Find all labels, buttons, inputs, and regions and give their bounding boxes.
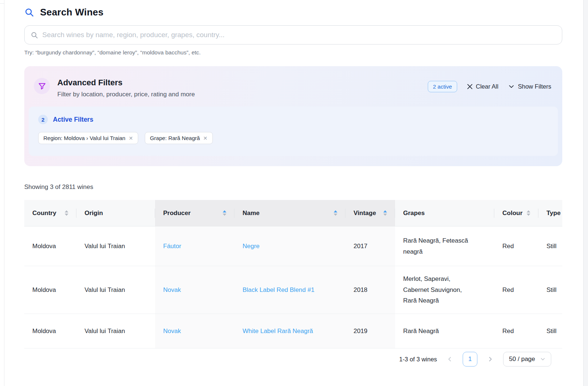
pagination-bar: 1-3 of 3 wines 1 50 / page [24,351,562,368]
left-panel-divider [4,0,4,386]
cell-country: Moldova [24,266,76,314]
active-filters-title: Active Filters [53,116,93,124]
active-count-badge[interactable]: 2 active [428,81,457,92]
sort-icon [527,210,530,216]
left-panel-tick [0,3,4,4]
filter-chip-label: Grape: Rară Neagră [150,135,200,141]
filters-titles: Advanced Filters Filter by location, pro… [57,78,428,98]
column-label: Vintage [354,210,376,217]
table-row: Moldova Valul lui Traian Fáutor Negre 20… [24,226,562,266]
sort-icon-asc [383,210,387,216]
column-header-name[interactable]: Name [234,200,345,226]
filter-chip-region[interactable]: Region: Moldova › Valul lui Traian ✕ [38,132,138,144]
column-label: Grapes [403,210,425,217]
cell-name: White Label Rară Neagră [234,314,345,349]
main-content: Search Wines Try: “burgundy chardonnay”,… [24,0,562,368]
producer-link[interactable]: Novak [163,328,181,335]
cell-origin: Valul lui Traian [76,226,155,266]
page-size-value: 50 / page [509,355,535,363]
column-label: Colour [502,210,523,217]
clear-all-label: Clear All [476,83,498,90]
cell-country: Moldova [24,226,76,266]
wine-name-link[interactable]: Negre [243,243,259,250]
cell-type: Still [538,266,562,314]
table-row: Moldova Valul lui Traian Novak White Lab… [24,314,562,349]
chevron-down-icon [540,357,545,362]
table-row: Moldova Valul lui Traian Novak Black Lab… [24,266,562,314]
cell-producer: Novak [155,314,234,349]
search-input[interactable] [42,31,556,39]
cell-type: Still [538,314,562,349]
column-header-vintage[interactable]: Vintage [345,200,395,226]
filter-icon-badge [34,78,50,94]
cell-name: Negre [234,226,345,266]
column-header-grapes[interactable]: Grapes [395,200,494,226]
filters-subtitle: Filter by location, producer, price, rat… [57,91,428,98]
show-filters-label: Show Filters [518,83,551,90]
clear-all-button[interactable]: Clear All [467,83,498,90]
column-label: Name [243,210,259,217]
scrollbar-gutter[interactable] [583,0,588,386]
cell-grapes: Rară Neagră [395,314,494,349]
cell-grapes: Merlot, Saperavi, Cabernet Sauvignon, Ra… [395,266,494,314]
wine-name-link[interactable]: Black Label Red Blend #1 [243,286,315,293]
column-label: Producer [163,210,191,217]
page-title: Search Wines [40,7,104,18]
search-icon [24,7,34,17]
cell-origin: Valul lui Traian [76,314,155,349]
active-filters-header: 2 Active Filters [38,115,548,124]
cell-vintage: 2018 [345,266,395,314]
chip-close-icon[interactable]: ✕ [129,135,133,141]
search-input-icon [31,31,38,39]
filters-title: Advanced Filters [57,78,428,87]
sort-icon [65,210,68,216]
cell-colour: Red [494,226,538,266]
column-header-country[interactable]: Country [24,200,76,226]
search-box[interactable] [24,25,562,44]
cell-grapes: Rară Neagră, Fetească neagră [395,226,494,266]
filter-chip-grape[interactable]: Grape: Rară Neagră ✕ [145,132,213,144]
sort-icon-asc [223,210,226,216]
producer-link[interactable]: Fáutor [163,243,181,250]
search-hint: Try: “burgundy chardonnay”, “domaine ler… [24,49,562,56]
column-header-producer[interactable]: Producer [155,200,234,226]
page-number-button[interactable]: 1 [463,352,477,367]
cell-country: Moldova [24,314,76,349]
filters-controls: 2 active Clear All Show Fil [428,81,551,92]
cell-producer: Novak [155,266,234,314]
cell-vintage: 2019 [345,314,395,349]
wine-name-link[interactable]: White Label Rară Neagră [243,328,313,335]
column-label: Type [546,210,560,217]
funnel-icon [38,82,46,90]
wines-table-wrapper: Country Origin Producer [24,200,562,349]
active-filters-card: 2 Active Filters Region: Moldova › Valul… [29,107,558,156]
cell-colour: Red [494,266,538,314]
column-label: Origin [85,210,103,217]
show-filters-toggle[interactable]: Show Filters [508,83,551,90]
producer-link[interactable]: Novak [163,286,181,293]
cell-origin: Valul lui Traian [76,266,155,314]
wines-table: Country Origin Producer [24,200,562,349]
cell-name: Black Label Red Blend #1 [234,266,345,314]
chevron-down-icon [508,83,514,90]
sort-icon-asc [334,210,337,216]
close-icon [467,84,473,89]
cell-producer: Fáutor [155,226,234,266]
page-header: Search Wines [24,0,562,18]
chip-close-icon[interactable]: ✕ [203,135,208,141]
column-header-colour[interactable]: Colour [494,200,538,226]
cell-type: Still [538,226,562,266]
active-filters-count: 2 [38,115,48,124]
pagination-range: 1-3 of 3 wines [399,356,437,363]
filters-panel-header: Advanced Filters Filter by location, pro… [24,66,562,98]
cell-vintage: 2017 [345,226,395,266]
next-page-button[interactable] [487,356,493,362]
results-summary: Showing 3 of 2811 wines [24,183,562,191]
advanced-filters-panel: Advanced Filters Filter by location, pro… [24,66,562,166]
prev-page-button[interactable] [447,356,453,362]
column-header-type[interactable]: Type [538,200,562,226]
page-size-select[interactable]: 50 / page [503,352,551,367]
table-header-row: Country Origin Producer [24,200,562,226]
column-header-origin[interactable]: Origin [76,200,155,226]
filter-chip-label: Region: Moldova › Valul lui Traian [43,135,125,141]
